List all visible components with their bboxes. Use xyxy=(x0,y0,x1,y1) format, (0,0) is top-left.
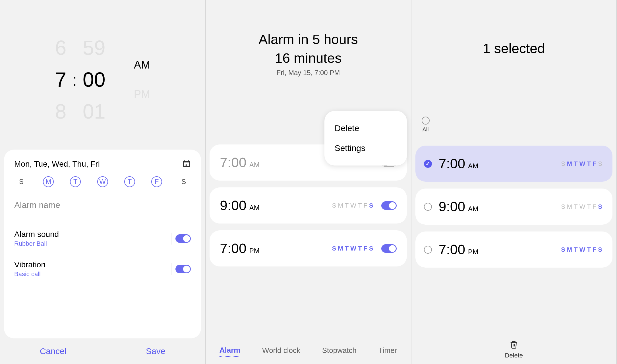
svg-point-5 xyxy=(186,164,187,165)
day-toggle-3[interactable]: W xyxy=(97,176,108,187)
time-picker[interactable]: 6 7 8 : 59 00 01 AM PM xyxy=(0,0,205,148)
time-colon: : xyxy=(72,70,77,90)
next-alarm-line2: 16 minutes xyxy=(275,50,342,67)
ampm-wheel[interactable]: AM PM xyxy=(134,59,150,100)
repeat-days-summary: Mon, Tue, Wed, Thu, Fri xyxy=(14,160,100,169)
hour-selected[interactable]: 7 xyxy=(55,68,66,91)
svg-point-8 xyxy=(186,165,187,166)
alarm-settings-card: Mon, Tue, Wed, Thu, Fri SMTWTFS Alarm so… xyxy=(4,150,201,338)
svg-point-7 xyxy=(185,165,186,166)
vibration-row[interactable]: Vibration Basic call xyxy=(14,254,191,284)
alarm-select-item[interactable]: 7:00AMSMTWTFS xyxy=(415,146,612,182)
alarm-sound-value: Rubber Ball xyxy=(14,240,59,247)
vibration-toggle[interactable] xyxy=(175,265,191,273)
pm-option[interactable]: PM xyxy=(134,88,150,100)
edit-alarm-pane: 6 7 8 : 59 00 01 AM PM Mon, Tue, Wed, Th… xyxy=(0,0,206,364)
select-all-checkbox[interactable] xyxy=(422,117,430,125)
bottom-tabs: AlarmWorld clockStopwatchTimer xyxy=(206,341,411,364)
tab-timer[interactable]: Timer xyxy=(378,346,397,357)
alarm-item[interactable]: 9:00AMSMTWTFS xyxy=(210,187,407,224)
day-toggle-0[interactable]: S xyxy=(16,176,27,187)
alarm-checkbox[interactable] xyxy=(424,203,432,211)
alarm-list-pane: Alarm in 5 hours 16 minutes Fri, May 15,… xyxy=(206,0,411,364)
alarm-days: SMTWTFS xyxy=(561,246,604,253)
divider xyxy=(171,263,171,275)
hour-prev[interactable]: 6 xyxy=(55,36,66,59)
tab-world-clock[interactable]: World clock xyxy=(262,346,300,357)
selection-header: 1 selected xyxy=(411,0,616,97)
minute-prev[interactable]: 59 xyxy=(83,36,105,59)
divider xyxy=(171,233,171,245)
svg-rect-3 xyxy=(188,160,189,162)
alarm-time: 7:00AM xyxy=(439,156,478,171)
select-all-label: All xyxy=(423,126,429,133)
alarm-checkbox[interactable] xyxy=(424,160,432,168)
alarm-sound-row[interactable]: Alarm sound Rubber Ball xyxy=(14,224,191,254)
alarm-time: 9:00AM xyxy=(439,199,478,214)
alarm-checkbox[interactable] xyxy=(424,246,432,254)
alarm-days: SMTWTFS xyxy=(561,160,604,167)
day-selector: SMTWTFS xyxy=(14,176,191,187)
day-toggle-5[interactable]: F xyxy=(151,176,162,187)
alarm-time: 9:00AM xyxy=(220,198,259,213)
vibration-label: Vibration xyxy=(14,260,45,269)
svg-rect-1 xyxy=(183,161,190,162)
delete-action[interactable]: Delete xyxy=(411,336,616,364)
alarm-time: 7:00PM xyxy=(220,241,259,256)
minute-wheel[interactable]: 59 00 01 xyxy=(83,36,105,123)
alarm-days: SMTWTFS xyxy=(332,202,375,209)
alarm-select-item[interactable]: 9:00AMSMTWTFS xyxy=(415,189,612,225)
alarm-days: SMTWTFS xyxy=(332,245,375,252)
next-alarm-date: Fri, May 15, 7:00 PM xyxy=(277,69,340,77)
next-alarm-line1: Alarm in 5 hours xyxy=(258,31,358,48)
alarm-select-item[interactable]: 7:00PMSMTWTFS xyxy=(415,231,612,268)
calendar-icon[interactable] xyxy=(182,159,191,169)
svg-rect-2 xyxy=(185,160,185,162)
alarm-toggle[interactable] xyxy=(381,201,397,210)
svg-point-6 xyxy=(188,164,189,165)
minute-next[interactable]: 01 xyxy=(83,100,105,123)
trash-icon xyxy=(510,340,518,350)
day-toggle-2[interactable]: T xyxy=(70,176,81,187)
alarm-sound-toggle[interactable] xyxy=(175,234,191,243)
am-option[interactable]: AM xyxy=(134,59,150,71)
selection-count: 1 selected xyxy=(483,41,545,56)
alarm-selection-list: 7:00AMSMTWTFS9:00AMSMTWTFS7:00PMSMTWTFS xyxy=(411,97,616,336)
alarm-name-input[interactable] xyxy=(14,200,191,213)
minute-selected[interactable]: 00 xyxy=(83,68,105,91)
select-all[interactable]: All xyxy=(422,117,430,133)
alarm-item[interactable]: 7:00PMSMTWTFS xyxy=(210,230,407,266)
edit-actions: Cancel Save xyxy=(0,338,205,364)
svg-point-4 xyxy=(185,164,186,165)
delete-label: Delete xyxy=(505,352,523,359)
alarm-sound-label: Alarm sound xyxy=(14,230,59,239)
day-toggle-4[interactable]: T xyxy=(124,176,135,187)
vibration-value: Basic call xyxy=(14,270,45,278)
day-toggle-6[interactable]: S xyxy=(178,176,189,187)
alarm-time: 7:00AM xyxy=(220,155,259,170)
selection-pane: 1 selected All 7:00AMSMTWTFS9:00AMSMTWTF… xyxy=(411,0,617,364)
alarm-days: SMTWTFS xyxy=(561,203,604,210)
menu-delete[interactable]: Delete xyxy=(324,118,407,138)
day-toggle-1[interactable]: M xyxy=(43,176,54,187)
hour-wheel[interactable]: 6 7 8 xyxy=(55,36,66,123)
hour-next[interactable]: 8 xyxy=(55,100,66,123)
overflow-menu: Delete Settings xyxy=(324,111,407,166)
save-button[interactable]: Save xyxy=(146,346,165,356)
alarm-time: 7:00PM xyxy=(439,242,478,257)
alarm-toggle[interactable] xyxy=(381,244,397,253)
tab-stopwatch[interactable]: Stopwatch xyxy=(322,346,357,357)
menu-settings[interactable]: Settings xyxy=(324,138,407,158)
tab-alarm[interactable]: Alarm xyxy=(220,346,241,357)
cancel-button[interactable]: Cancel xyxy=(40,346,66,356)
alarm-header: Alarm in 5 hours 16 minutes Fri, May 15,… xyxy=(206,0,411,108)
